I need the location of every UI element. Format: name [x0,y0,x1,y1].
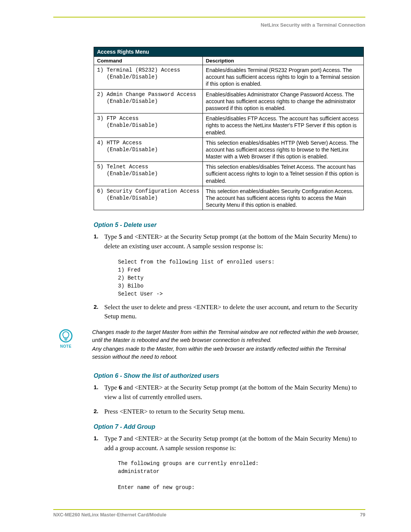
desc-cell: Enables/disables Terminal (RS232 Program… [202,65,363,89]
desc-cell: This selection enables/disables Security… [202,186,363,210]
desc-cell: Enables/disables Administrator Change Pa… [202,89,363,113]
desc-cell: This selection enables/disables Telnet A… [202,162,363,186]
option5-heading: Option 5 - Delete user [94,222,365,228]
table-title: Access Rights Menu [94,47,364,57]
table-row: 4) HTTP Access (Enable/Disable) This sel… [94,137,364,162]
table-row: 2) Admin Change Password Access (Enable/… [94,89,364,113]
option6-step2: Press <ENTER> to return to the Security … [94,407,365,417]
note-label: NOTE [53,344,78,348]
cmd-cell: 4) HTTP Access (Enable/Disable) [94,137,203,162]
table-row: 5) Telnet Access (Enable/Disable) This s… [94,162,364,186]
option7-step1: Type 7 and <ENTER> at the Security Setup… [94,434,365,453]
cmd-cell: 5) Telnet Access (Enable/Disable) [94,162,203,186]
table-header-row: Command Description [94,57,364,65]
cmd-cell: 6) Security Configuration Access (Enable… [94,186,203,210]
footer-left: NXC-ME260 NetLinx Master-Ethernet Card/M… [53,512,166,518]
option5-step1: Type 5 and <ENTER> at the Security Setup… [94,232,365,251]
cmd-cell: 3) FTP Access (Enable/Disable) [94,113,203,138]
option5-step2: Select the user to delete and press <ENT… [94,303,365,321]
option6-heading: Option 6 - Show the list of authorized u… [94,372,365,379]
option7-heading: Option 7 - Add Group [94,423,365,430]
footer: NXC-ME260 NetLinx Master-Ethernet Card/M… [53,509,365,518]
option7-code: The following groups are currently enrol… [118,460,365,492]
header-title: NetLinx Security with a Terminal Connect… [53,22,365,28]
cmd-cell: 1) Terminal (RS232) Access (Enable/Disab… [94,65,203,89]
option6-step1: Type 6 and <ENTER> at the Security Setup… [94,383,365,402]
note-text: Changes made to the target Master from w… [78,328,365,362]
lightbulb-icon: NOTE [53,328,78,348]
desc-cell: Enables/disables FTP Access. The account… [202,113,363,138]
cmd-cell: 2) Admin Change Password Access (Enable/… [94,89,203,113]
table-row: 6) Security Configuration Access (Enable… [94,186,364,210]
top-rule [53,17,365,18]
option5-code: Select from the following list of enroll… [118,258,365,298]
access-rights-table: Access Rights Menu Command Description 1… [94,47,365,210]
desc-cell: This selection enables/disables HTTP (We… [202,137,363,162]
table-row: 3) FTP Access (Enable/Disable) Enables/d… [94,113,364,138]
col-command: Command [94,57,203,65]
note-block: NOTE Changes made to the target Master f… [53,328,365,362]
table-title-row: Access Rights Menu [94,47,364,57]
col-description: Description [202,57,363,65]
page-number: 79 [360,512,365,518]
table-row: 1) Terminal (RS232) Access (Enable/Disab… [94,65,364,89]
